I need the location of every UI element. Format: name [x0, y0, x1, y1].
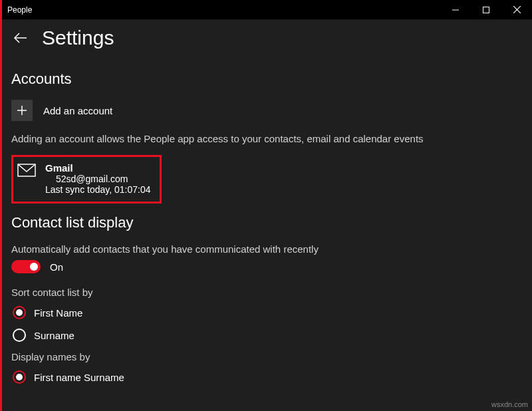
window-controls [440, 0, 532, 20]
titlebar: People [2, 0, 532, 20]
watermark: wsxdn.com [491, 400, 528, 408]
header-row: Settings [2, 20, 532, 61]
auto-add-toggle[interactable] [11, 260, 41, 273]
auto-add-label: Automatically add contacts that you have… [11, 243, 523, 255]
radio-icon [13, 306, 26, 319]
back-arrow-icon [13, 33, 28, 43]
mail-icon [17, 162, 39, 195]
contact-display-section: Contact list display Automatically add c… [2, 214, 532, 384]
radio-sort-firstname[interactable]: First Name [13, 306, 523, 319]
radio-icon [13, 329, 26, 342]
radio-label: First Name [34, 307, 82, 319]
minimize-button[interactable] [440, 0, 471, 20]
accounts-heading: Accounts [11, 70, 523, 88]
display-names-label: Display names by [11, 351, 523, 362]
maximize-button[interactable] [471, 0, 501, 20]
close-icon [513, 6, 521, 13]
radio-display-first-surname[interactable]: First name Surname [13, 370, 523, 384]
add-account-button[interactable]: Add an account [11, 100, 523, 121]
radio-icon [13, 370, 26, 384]
accounts-description: Adding an account allows the People app … [11, 133, 523, 144]
window-title: People [7, 5, 32, 15]
add-account-label: Add an account [43, 105, 112, 116]
account-details: Gmail 52sd@gmail.com Last sync today, 01… [45, 162, 151, 195]
minimize-icon [452, 7, 459, 13]
account-email: 52sd@gmail.com [45, 174, 151, 184]
sort-by-label: Sort contact list by [11, 287, 523, 298]
accounts-section: Accounts Add an account Adding an accoun… [2, 70, 532, 204]
plus-icon [11, 100, 33, 121]
radio-sort-surname[interactable]: Surname [13, 329, 523, 342]
back-button[interactable] [11, 29, 30, 47]
page-title: Settings [42, 27, 114, 49]
toggle-knob [30, 263, 38, 271]
maximize-icon [483, 7, 489, 13]
radio-label: First name Surname [34, 372, 124, 383]
account-name: Gmail [45, 162, 151, 174]
account-sync-status: Last sync today, 01:07:04 [45, 184, 151, 195]
radio-label: Surname [34, 330, 74, 341]
contact-display-heading: Contact list display [11, 214, 523, 231]
content-area: Settings Accounts Add an account Adding … [2, 20, 532, 411]
toggle-state-label: On [50, 261, 63, 273]
close-button[interactable] [501, 0, 532, 20]
svg-rect-1 [483, 7, 489, 13]
account-item-gmail[interactable]: Gmail 52sd@gmail.com Last sync today, 01… [11, 155, 162, 204]
auto-add-toggle-row: On [11, 260, 523, 273]
